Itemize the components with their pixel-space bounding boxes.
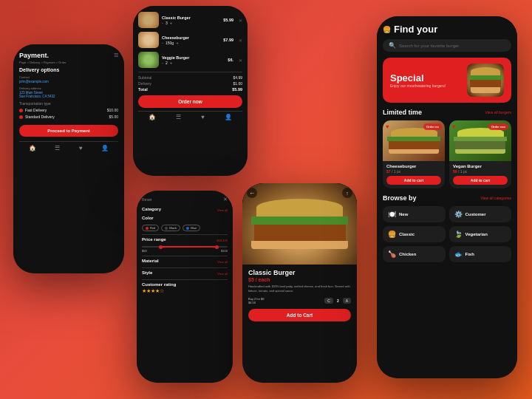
filter-header: Reset ✕ — [142, 197, 228, 202]
proceed-button[interactable]: Proceed to Payment — [19, 125, 118, 137]
address-label: Delivery address — [19, 86, 118, 90]
nav-home-icon[interactable]: 🏠 — [29, 145, 36, 151]
view-all-styles[interactable]: View all — [217, 272, 228, 276]
cart-item-2-name: Cheeseburger — [162, 35, 220, 40]
price-slider[interactable] — [142, 246, 228, 248]
chicken-icon: 🍗 — [388, 250, 396, 258]
special-banner[interactable]: Special Enjoy our mouthwatering burgers! — [383, 58, 511, 103]
color-chips: Red Black Blue — [142, 225, 228, 231]
remove-3-icon[interactable]: ✕ — [239, 58, 242, 63]
delivery-label: Delivery — [138, 81, 151, 86]
cart-nav-menu[interactable]: ☰ — [176, 114, 181, 120]
add-to-cart-button[interactable]: Add to Cart — [248, 309, 351, 321]
rating-stars: ★★★★☆ — [142, 288, 228, 294]
qty-value: 2 — [337, 299, 339, 303]
total-value: $5.99 — [232, 87, 242, 92]
cart-nav-heart[interactable]: ♥ — [201, 114, 205, 120]
filter-close-button[interactable]: ✕ — [223, 197, 228, 202]
new-label: New — [399, 212, 408, 216]
delivery-row: Delivery $1.00 — [138, 81, 242, 86]
black-dot — [165, 227, 168, 230]
cart-nav-home[interactable]: 🏠 — [149, 114, 156, 120]
cart-item-1-image — [138, 12, 159, 28]
fish-icon: 🐟 — [454, 250, 463, 258]
share-button[interactable]: ↑ — [342, 188, 352, 198]
nav-menu-icon[interactable]: ☰ — [55, 145, 60, 151]
nav-heart-icon[interactable]: ♥ — [79, 145, 83, 151]
browse-customer[interactable]: ⚙️ Customer — [449, 206, 512, 222]
card-1-order-badge[interactable]: Order no — [423, 123, 442, 130]
remove-1-icon[interactable]: ✕ — [239, 18, 242, 23]
cart-item-3: Veggie Burger - 2 + $6. ✕ — [138, 52, 242, 68]
price-range-value: $10-100 — [216, 239, 228, 242]
limited-card-1[interactable]: ♥ Order no Cheeseburger $7 / 1 pc Add to… — [383, 120, 445, 188]
chip-black[interactable]: Black — [161, 225, 180, 231]
qty-c-button[interactable]: C — [324, 298, 333, 304]
search-bar[interactable]: 🔍 Search for your favorite burger — [383, 39, 511, 52]
card-1-add-button[interactable]: Add to cart — [386, 176, 441, 185]
increase-2-btn[interactable]: + — [176, 41, 179, 45]
card-1-image: ♥ Order no — [383, 120, 445, 161]
card-2-heart-icon[interactable]: ♥ — [452, 123, 456, 130]
card-2-add-button[interactable]: Add to cart — [453, 176, 508, 185]
vegetarian-icon: 🍃 — [454, 231, 463, 238]
browse-new[interactable]: 🍽️ New — [383, 206, 446, 222]
remove-2-icon[interactable]: ✕ — [239, 38, 242, 43]
delivery-value: $1.00 — [233, 81, 242, 86]
standard-delivery-dot — [19, 115, 23, 119]
chip-red[interactable]: Red — [142, 225, 159, 231]
detail-hero-image: ← ↑ — [242, 183, 357, 265]
subtotal-row: Subtotal $4.99 — [138, 75, 242, 80]
detail-body: Classic Burger $5 / each Handcrafted wit… — [242, 265, 357, 326]
view-all-materials[interactable]: View all — [217, 260, 228, 264]
card-1-price: $7 / 1 pc — [386, 169, 441, 174]
view-all-burgers-link[interactable]: View all burgers — [485, 110, 511, 115]
chicken-label: Chicken — [399, 252, 416, 256]
browse-classic[interactable]: 🍔 Classic — [383, 226, 446, 242]
order-now-button[interactable]: Order now — [138, 95, 242, 108]
chip-blue[interactable]: Blue — [183, 225, 200, 231]
cart-nav-user[interactable]: 👤 — [225, 114, 232, 120]
browse-fish[interactable]: 🐟 Fish — [449, 246, 512, 262]
nav-user-icon[interactable]: 👤 — [101, 145, 109, 151]
view-all-categories[interactable]: View all — [217, 208, 228, 212]
filter-reset-button[interactable]: Reset — [142, 197, 151, 202]
cart-item-1-name: Classic Burger — [162, 16, 220, 20]
cart-item-2-image — [138, 32, 159, 48]
limited-section-header: Limited time View all burgers — [383, 109, 511, 116]
material-label: Material — [142, 259, 159, 263]
browse-section-header: Browse by View all categories — [383, 194, 511, 202]
card-1-name: Cheeseburger — [386, 164, 441, 168]
decrease-1-btn[interactable]: - — [162, 21, 163, 25]
view-all-categories-link[interactable]: View all categories — [480, 196, 511, 200]
burger-name: Classic Burger — [248, 269, 351, 276]
back-button[interactable]: ← — [247, 188, 257, 198]
offer-price: $4.50 — [248, 301, 265, 304]
limited-time-title: Limited time — [383, 109, 422, 116]
new-icon: 🍽️ — [388, 211, 396, 218]
browse-chicken[interactable]: 🍗 Chicken — [383, 246, 446, 262]
card-2-order-badge[interactable]: Order nov — [488, 123, 508, 130]
slider-thumb-right[interactable] — [215, 245, 219, 249]
search-placeholder: Search for your favorite burger — [399, 44, 459, 48]
classic-icon: 🍔 — [388, 231, 396, 238]
main-app-title: Find your — [394, 24, 511, 35]
card-1-heart-icon[interactable]: ♥ — [386, 123, 389, 130]
fast-delivery-option[interactable]: Fast Delivery $10.00 — [19, 108, 118, 112]
qty-a-button[interactable]: A — [343, 298, 351, 304]
slider-thumb-left[interactable] — [159, 245, 163, 249]
quantity-controls: C 2 A — [324, 298, 351, 304]
increase-1-btn[interactable]: + — [170, 21, 173, 25]
price-min: $50 — [142, 249, 147, 253]
browse-vegetarian[interactable]: 🍃 Vegetarian — [449, 226, 512, 242]
cart-item-1-price: $5.99 — [223, 18, 233, 22]
cart-item-2-price: $7.99 — [223, 38, 233, 42]
limited-card-2[interactable]: ♥ Order nov Vegan Burger $9 / 1 pc Add t… — [449, 120, 511, 188]
burger-price: $5 / each — [248, 277, 351, 282]
standard-delivery-option[interactable]: Standard Delivery $5.00 — [19, 115, 118, 119]
card-2-name: Vegan Burger — [453, 164, 508, 168]
decrease-2-btn[interactable]: - — [162, 41, 163, 45]
increase-3-btn[interactable]: + — [170, 61, 173, 65]
decrease-3-btn[interactable]: - — [162, 61, 163, 65]
cart-item-2: Cheeseburger - 150g + $7.99 ✕ — [138, 32, 242, 48]
